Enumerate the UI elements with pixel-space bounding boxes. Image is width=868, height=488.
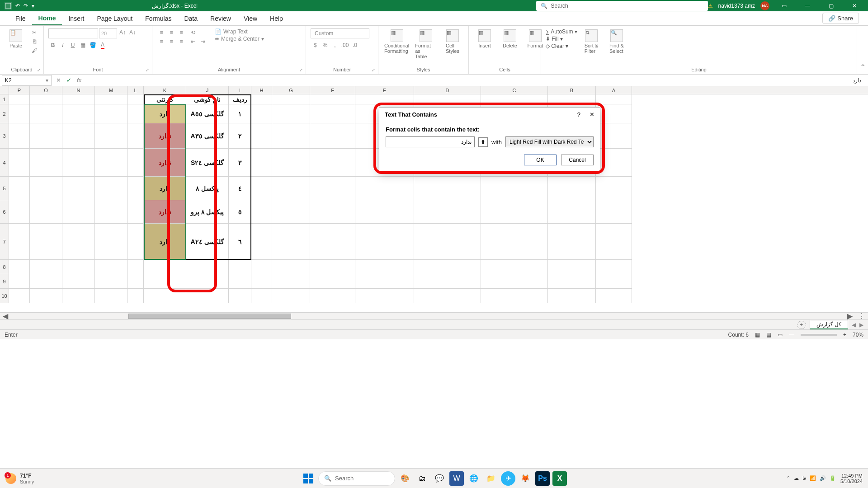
column-header[interactable]: H: [251, 86, 272, 94]
grid-cell[interactable]: [481, 200, 548, 224]
grid-cell[interactable]: [596, 123, 632, 149]
grid-cell[interactable]: [127, 177, 144, 200]
tab-page-layout[interactable]: Page Layout: [90, 12, 139, 25]
cancel-formula-icon[interactable]: ✕: [56, 77, 61, 84]
grid-cell[interactable]: [62, 123, 95, 149]
fx-icon[interactable]: fx: [77, 77, 81, 84]
grid-cell[interactable]: [414, 224, 481, 260]
grid-cell[interactable]: [251, 289, 272, 303]
font-launcher-icon[interactable]: ⤢: [146, 68, 149, 72]
wrap-text-button[interactable]: 📄 Wrap Text: [215, 28, 264, 35]
view-break-icon[interactable]: ▭: [778, 332, 783, 338]
user-name[interactable]: navid1373 amz: [718, 3, 755, 9]
grid-cell[interactable]: [596, 260, 632, 274]
data-cell[interactable]: گلکسی A٥٥: [186, 104, 229, 123]
dialog-ok-button[interactable]: OK: [524, 155, 557, 165]
grid-cell[interactable]: [186, 289, 229, 303]
row-header[interactable]: 8: [0, 260, 9, 274]
grid-cell[interactable]: [272, 94, 310, 104]
grid-cell[interactable]: [127, 149, 144, 177]
dialog-text-input[interactable]: [386, 136, 475, 147]
data-cell[interactable]: ٤: [229, 177, 251, 200]
grid-cell[interactable]: [127, 260, 144, 274]
increase-decimal-icon[interactable]: .00: [340, 41, 349, 49]
taskbar-app-gimp[interactable]: 🎨: [398, 471, 412, 486]
data-cell[interactable]: ندارد: [144, 123, 186, 149]
grid-cell[interactable]: [144, 274, 186, 289]
grid-cell[interactable]: [229, 289, 251, 303]
row-header[interactable]: 1: [0, 94, 9, 104]
grid-cell[interactable]: [127, 104, 144, 123]
font-family-select[interactable]: [48, 28, 98, 38]
column-header[interactable]: E: [355, 86, 414, 94]
sheet-tab[interactable]: کل گزارش: [810, 320, 848, 329]
row-header[interactable]: 2: [0, 104, 9, 123]
grid-cell[interactable]: [62, 149, 95, 177]
column-header[interactable]: P: [9, 86, 30, 94]
align-top-icon[interactable]: ≡: [157, 28, 166, 37]
copy-icon[interactable]: ⎘: [30, 38, 39, 46]
taskbar-app-word[interactable]: W: [449, 471, 464, 486]
view-layout-icon[interactable]: ▤: [766, 332, 771, 338]
grid-cell[interactable]: [95, 123, 127, 149]
data-cell[interactable]: دارد: [144, 104, 186, 123]
grid-cell[interactable]: [272, 224, 310, 260]
clipboard-launcher-icon[interactable]: ⤢: [37, 68, 41, 72]
grid-cell[interactable]: [355, 224, 414, 260]
grid-cell[interactable]: [95, 200, 127, 224]
grid-cell[interactable]: [251, 149, 272, 177]
grid-cell[interactable]: [62, 104, 95, 123]
data-cell[interactable]: ٦: [229, 224, 251, 260]
grid-cell[interactable]: [9, 200, 30, 224]
grid-cell[interactable]: [95, 274, 127, 289]
formula-input[interactable]: دارد: [86, 77, 868, 84]
data-cell[interactable]: دارد: [144, 177, 186, 200]
data-cell[interactable]: پیکسل ۸ پرو: [186, 200, 229, 224]
row-header[interactable]: 6: [0, 200, 9, 224]
grid-cell[interactable]: [310, 200, 355, 224]
grid-cell[interactable]: [355, 177, 414, 200]
zoom-level[interactable]: 70%: [853, 332, 863, 338]
grid-cell[interactable]: [95, 260, 127, 274]
grid-cell[interactable]: [355, 260, 414, 274]
enter-formula-icon[interactable]: ✓: [66, 77, 71, 84]
column-header[interactable]: L: [127, 86, 144, 94]
grid-cell[interactable]: [414, 289, 481, 303]
grid-cell[interactable]: [596, 289, 632, 303]
grid-cell[interactable]: [355, 94, 414, 104]
grid-cell[interactable]: [414, 177, 481, 200]
row-header[interactable]: 7: [0, 224, 9, 260]
data-cell[interactable]: گلکسی A٣٥: [186, 123, 229, 149]
grid-cell[interactable]: [30, 200, 62, 224]
zoom-in-icon[interactable]: +: [843, 332, 846, 338]
paste-button[interactable]: 📋 Paste: [5, 28, 27, 49]
grid-cell[interactable]: [62, 94, 95, 104]
grid-cell[interactable]: [251, 94, 272, 104]
range-picker-icon[interactable]: ⬆: [478, 137, 488, 147]
grid-cell[interactable]: [62, 289, 95, 303]
grid-cell[interactable]: [30, 177, 62, 200]
data-cell[interactable]: ٥: [229, 200, 251, 224]
decrease-decimal-icon[interactable]: .0: [350, 41, 359, 49]
bold-button[interactable]: B: [48, 41, 57, 49]
grid-cell[interactable]: [548, 274, 596, 289]
grid-cell[interactable]: [9, 149, 30, 177]
taskbar-app-teams[interactable]: 💬: [432, 471, 447, 486]
grid-cell[interactable]: [548, 289, 596, 303]
grid-cell[interactable]: [9, 260, 30, 274]
grid-cell[interactable]: [272, 104, 310, 123]
column-header[interactable]: K: [144, 86, 186, 94]
minimize-button[interactable]: —: [798, 0, 816, 11]
percent-icon[interactable]: %: [321, 41, 330, 49]
fill-color-icon[interactable]: 🪣: [88, 41, 97, 49]
weather-icon[interactable]: [5, 473, 16, 484]
font-color-icon[interactable]: A: [98, 41, 107, 49]
undo-icon[interactable]: ↶: [15, 3, 20, 9]
increase-indent-icon[interactable]: ⇥: [198, 38, 208, 46]
tray-battery-icon[interactable]: 🔋: [830, 475, 836, 481]
grid-cell[interactable]: [548, 94, 596, 104]
grid-cell[interactable]: [9, 289, 30, 303]
column-header[interactable]: O: [30, 86, 62, 94]
alignment-launcher-icon[interactable]: ⤢: [299, 68, 303, 72]
sheet-nav-prev[interactable]: ◀: [852, 322, 856, 328]
